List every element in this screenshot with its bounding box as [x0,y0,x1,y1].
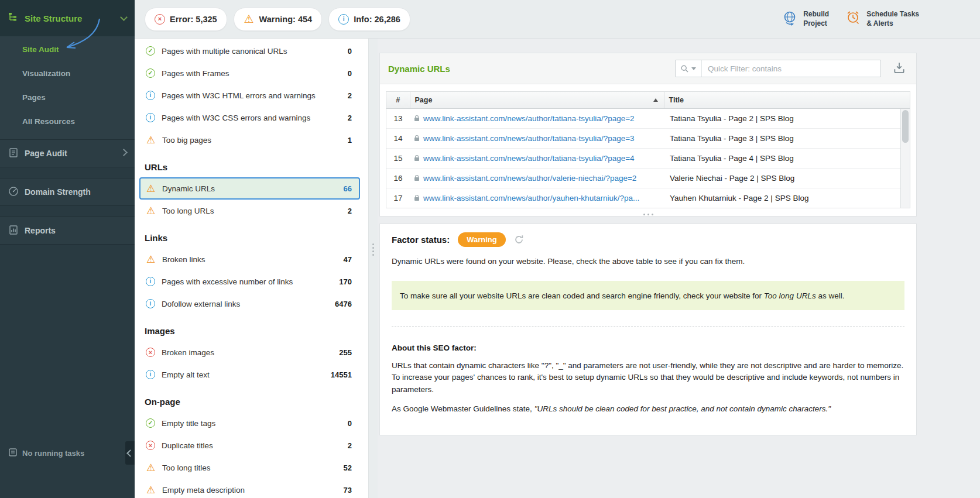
factors-panel: ✓Pages with multiple canonical URLs0✓Pag… [135,39,369,498]
info-circle-icon: i [338,14,349,25]
info-count-pill[interactable]: i Info: 26,286 [328,8,410,31]
factor-row-empty-alt-text[interactable]: iEmpty alt text14551 [139,363,360,386]
row-page-cell: www.link-assistant.com/news/author/valer… [410,168,664,188]
column-header-page[interactable]: Page [410,92,664,108]
factor-row-dynamic-urls[interactable]: ⚠Dynamic URLs66 [139,177,360,200]
warning-count-pill[interactable]: ⚠ Warning: 454 [234,8,323,31]
row-page-cell: www.link-assistant.com/news/author/tatia… [410,128,664,148]
factor-value: 6476 [335,300,352,308]
factor-label: Dofollow external links [162,300,335,308]
about-paragraph-2: As Google Webmaster Guidelines state, "U… [392,403,904,415]
factor-row-broken-links[interactable]: ⚠Broken links47 [139,248,360,270]
schedule-tasks-button[interactable]: Schedule Tasks& Alerts [845,10,919,29]
sidebar: Site Structure Site Audit Visualization … [0,0,135,498]
factor-value: 73 [344,486,352,494]
factor-value: 66 [344,184,352,193]
factor-row-duplicate-titles[interactable]: ×Duplicate titles2 [139,434,360,456]
row-page-cell: www.link-assistant.com/news/author/tatia… [410,108,664,128]
factor-value: 0 [348,69,352,78]
warning-triangle-icon: ⚠ [146,463,156,473]
factor-row-empty-meta-description[interactable]: ⚠Empty meta description73 [139,479,360,498]
row-page-cell: www.link-assistant.com/news/author/tatia… [410,148,664,168]
factor-label: Broken links [162,255,344,264]
chevron-right-icon [120,149,128,156]
factor-row-empty-title-tags[interactable]: ✓Empty title tags0 [139,412,360,434]
factor-status-row: Factor status: Warning [392,232,904,247]
factor-row-too-long-titles[interactable]: ⚠Too long titles52 [139,456,360,479]
schedule-tasks-label: Schedule Tasks& Alerts [866,10,919,28]
rebuild-project-button[interactable]: RebuildProject [782,10,829,29]
quick-filter-input[interactable] [702,64,880,73]
panel-splitter[interactable] [369,39,378,498]
domain-strength-icon [8,186,19,198]
factor-row-pages-with-frames[interactable]: ✓Pages with Frames0 [139,62,360,84]
scrollbar-thumb[interactable] [902,110,909,143]
page-url-link[interactable]: www.link-assistant.com/news/author/valer… [423,174,636,183]
check-circle-icon: ✓ [146,68,155,78]
factor-value: 2 [348,441,352,450]
info-circle-icon: i [146,370,155,379]
domain-strength-label: Domain Strength [25,187,126,197]
error-count-pill[interactable]: × Error: 5,325 [145,8,227,31]
rebuild-project-label: RebuildProject [803,10,829,28]
factor-value: 2 [348,207,352,215]
factor-row-pages-with-w3c-css-errors-and-warnings[interactable]: iPages with W3C CSS errors and warnings2 [139,107,360,129]
sidebar-item-reports[interactable]: Reports [0,217,135,245]
export-button[interactable] [890,60,908,77]
site-structure-label: Site Structure [25,13,121,23]
url-table-row-13[interactable]: 13www.link-assistant.com/news/author/tat… [386,108,910,128]
error-circle-icon: × [155,14,165,25]
table-scrollbar[interactable] [900,109,910,208]
factor-label: Empty title tags [162,419,348,428]
url-table-row-15[interactable]: 15www.link-assistant.com/news/author/tat… [386,148,910,168]
warning-triangle-icon: ⚠ [146,485,156,495]
factor-label: Pages with Frames [162,69,348,78]
factor-row-dofollow-external-links[interactable]: iDofollow external links6476 [139,293,360,315]
horizontal-splitter[interactable] [379,211,917,218]
sidebar-item-visualization[interactable]: Visualization [0,61,135,85]
factor-status-description: Dynamic URLs were found on your website.… [392,257,904,266]
info-circle-icon: i [146,277,155,286]
check-circle-icon: ✓ [146,418,155,428]
page-url-link[interactable]: www.link-assistant.com/news/author/yauhe… [423,194,639,202]
globe-rebuild-icon [782,10,798,29]
factor-row-pages-with-multiple-canonical-urls[interactable]: ✓Pages with multiple canonical URLs0 [139,40,360,62]
refresh-button[interactable] [514,235,524,245]
status-badge: Warning [458,232,506,247]
factor-row-too-big-pages[interactable]: ⚠Too big pages1 [139,129,360,151]
column-header-title[interactable]: Title [664,92,910,108]
factor-status-card: Factor status: Warning Dynamic URLs were… [379,224,917,435]
factor-row-pages-with-w3c-html-errors-and-warnings[interactable]: iPages with W3C HTML errors and warnings… [139,84,360,107]
factor-row-pages-with-excessive-number-of-links[interactable]: iPages with excessive number of links170 [139,270,360,293]
page-title: Tatiana Tsyulia - Page 2 | SPS Blog [664,108,910,128]
page-title: Yauhen Khutarniuk - Page 2 | SPS Blog [664,188,910,208]
sidebar-header-site-structure[interactable]: Site Structure [0,0,135,36]
url-table-row-14[interactable]: 14www.link-assistant.com/news/author/tat… [386,128,910,148]
factor-label: Empty alt text [162,370,331,379]
sidebar-item-site-audit[interactable]: Site Audit [0,37,135,61]
factor-group-title-images: Images [135,315,368,341]
quick-filter-mode-button[interactable] [676,60,702,77]
page-url-link[interactable]: www.link-assistant.com/news/author/tatia… [423,134,635,143]
factor-label: Dynamic URLs [162,184,344,193]
factor-row-broken-images[interactable]: ×Broken images255 [139,341,360,363]
page-url-link[interactable]: www.link-assistant.com/news/author/tatia… [423,114,635,123]
row-page-cell: www.link-assistant.com/news/author/yauhe… [410,188,664,208]
url-table-row-16[interactable]: 16www.link-assistant.com/news/author/val… [386,168,910,188]
factor-value: 14551 [331,370,352,379]
sidebar-item-page-audit[interactable]: Page Audit [0,139,135,167]
factor-value: 47 [344,255,352,264]
url-table-row-17[interactable]: 17www.link-assistant.com/news/author/yau… [386,188,910,208]
sidebar-item-pages[interactable]: Pages [0,85,135,109]
error-circle-icon: × [146,348,155,357]
page-url-link[interactable]: www.link-assistant.com/news/author/tatia… [423,154,635,163]
table-header-row: # Page Title [386,92,910,108]
about-paragraph-1: URLs that contain dynamic characters lik… [392,360,904,396]
factor-value: 0 [348,47,352,56]
sidebar-collapse-button[interactable] [125,441,135,465]
column-header-number[interactable]: # [386,92,410,108]
factor-row-too-long-urls[interactable]: ⚠Too long URLs2 [139,200,360,222]
warning-triangle-icon: ⚠ [244,13,255,25]
sidebar-item-all-resources[interactable]: All Resources [0,109,135,133]
sidebar-item-domain-strength[interactable]: Domain Strength [0,178,135,206]
